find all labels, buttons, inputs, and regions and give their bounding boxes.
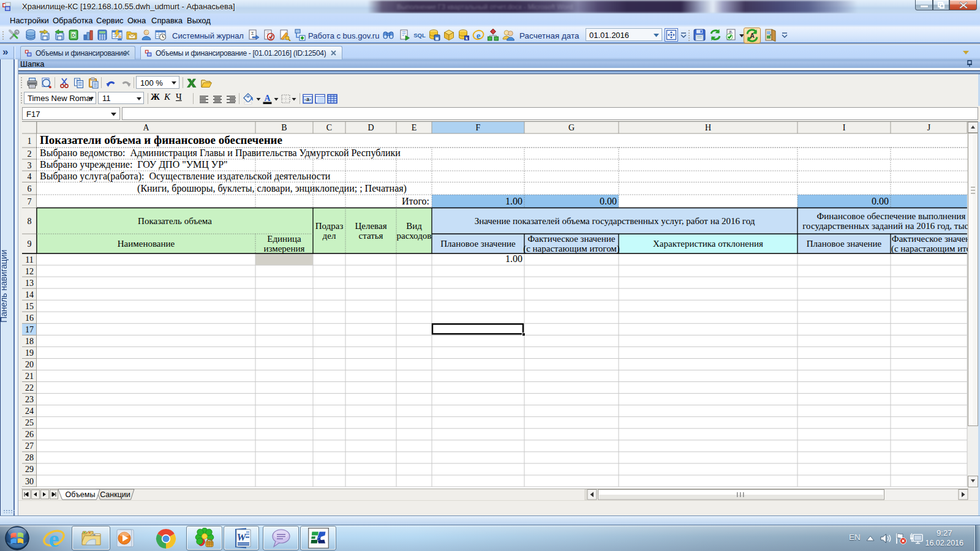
svg-text:A: A <box>750 32 754 39</box>
svg-text:Единица: Единица <box>267 234 301 244</box>
svg-text:статья: статья <box>359 231 383 241</box>
svg-text:1.00: 1.00 <box>505 253 522 264</box>
svg-text:A: A <box>264 94 271 103</box>
svg-text:E: E <box>412 123 417 132</box>
svg-text:измерения: измерения <box>263 244 304 253</box>
svg-text:Характеристика отклонения: Характеристика отклонения <box>653 239 763 249</box>
svg-text:14: 14 <box>25 290 34 299</box>
svg-text:4: 4 <box>28 172 32 181</box>
svg-text:27: 27 <box>25 441 34 451</box>
svg-text:15: 15 <box>25 302 34 311</box>
svg-text:0.00: 0.00 <box>872 196 889 206</box>
svg-text:22: 22 <box>25 383 34 392</box>
svg-text:расходов: расходов <box>397 231 432 241</box>
svg-text:20: 20 <box>25 360 34 369</box>
svg-text:SQL: SQL <box>413 32 426 39</box>
svg-text:D: D <box>368 123 374 132</box>
svg-text:30: 30 <box>25 477 34 486</box>
svg-text:Показатели объема и финансовое: Показатели объема и финансовое обеспечен… <box>40 133 282 146</box>
svg-text:e: e <box>49 528 59 550</box>
svg-text:Выбрано учреждение: ГОУ ДПО ": Выбрано учреждение: ГОУ ДПО "УМЦ УР" <box>40 159 228 170</box>
svg-text:Целевая: Целевая <box>355 221 386 231</box>
svg-text:Фактическое значен: Фактическое значен <box>892 234 970 244</box>
svg-text:13: 13 <box>25 279 34 288</box>
svg-text:Вид: Вид <box>406 221 422 231</box>
svg-text:Санкции: Санкции <box>100 490 130 499</box>
svg-text:12: 12 <box>25 267 34 276</box>
svg-text:19: 19 <box>25 348 34 358</box>
svg-text:6: 6 <box>28 184 32 193</box>
svg-text:Фактическое значение: Фактическое значение <box>528 234 616 244</box>
svg-text:Итого:: Итого: <box>402 196 429 206</box>
svg-text:Показатель объема: Показатель объема <box>138 216 212 226</box>
svg-text:24: 24 <box>25 407 34 416</box>
svg-text:Плановое значение: Плановое значение <box>440 239 516 249</box>
svg-text:0.00: 0.00 <box>600 196 617 206</box>
svg-text:3: 3 <box>28 161 32 170</box>
svg-text:Объемы: Объемы <box>66 490 96 499</box>
svg-text:государственных заданий на 201: государственных заданий на 2016 год, тыс… <box>802 221 978 231</box>
svg-text:17: 17 <box>25 325 34 334</box>
svg-text:1.00: 1.00 <box>505 196 522 206</box>
svg-text:(с нарастающим ито: (с нарастающим ито <box>891 244 971 254</box>
svg-text:k: k <box>466 36 468 40</box>
svg-text:e: e <box>477 31 481 40</box>
svg-text:Σ: Σ <box>251 31 254 36</box>
svg-text:F: F <box>476 123 481 132</box>
svg-text:D: D <box>72 32 75 38</box>
svg-text:W: W <box>237 531 247 543</box>
svg-text:8: 8 <box>28 217 32 226</box>
svg-text:Выбрано услуга(работа): Осуще: Выбрано услуга(работа): Осуществление из… <box>40 171 331 182</box>
svg-text:(Книги, брошюры, буклеты, слов: (Книги, брошюры, буклеты, словари, энцик… <box>137 183 407 194</box>
svg-text:(с нарастающим итогом): (с нарастающим итогом) <box>523 244 620 254</box>
svg-text:18: 18 <box>25 337 34 346</box>
svg-text:28: 28 <box>25 453 34 462</box>
svg-text:дел: дел <box>323 231 336 241</box>
svg-text:9: 9 <box>28 239 32 249</box>
svg-text:J: J <box>927 123 931 132</box>
svg-text:Значение показателей объема го: Значение показателей объема государствен… <box>475 216 755 226</box>
svg-text:29: 29 <box>25 465 34 474</box>
svg-text:21: 21 <box>25 372 34 381</box>
svg-text:1: 1 <box>28 137 32 146</box>
svg-text:Подраз: Подраз <box>315 221 344 231</box>
svg-text:H: H <box>705 123 711 132</box>
svg-text:26: 26 <box>25 430 34 439</box>
svg-text:Выбрано ведомство: Администра: Выбрано ведомство: Администрация Главы и… <box>40 148 401 159</box>
svg-text:B: B <box>281 123 287 132</box>
svg-text:7: 7 <box>28 197 32 206</box>
svg-text:11: 11 <box>25 255 33 264</box>
svg-text:Плановое значение: Плановое значение <box>807 239 882 249</box>
svg-text:23: 23 <box>25 395 34 404</box>
svg-text:2: 2 <box>28 149 32 159</box>
svg-text:Финансовое обеспечение выполне: Финансовое обеспечение выполнения <box>816 211 965 221</box>
svg-text:A: A <box>143 123 149 132</box>
svg-text:Наименование: Наименование <box>118 239 175 249</box>
svg-text:I: I <box>843 123 846 132</box>
svg-text:25: 25 <box>25 418 34 427</box>
svg-text:G: G <box>568 123 575 132</box>
svg-text:C: C <box>326 123 332 132</box>
svg-text:16: 16 <box>25 313 34 323</box>
svg-text:A: A <box>729 30 732 34</box>
